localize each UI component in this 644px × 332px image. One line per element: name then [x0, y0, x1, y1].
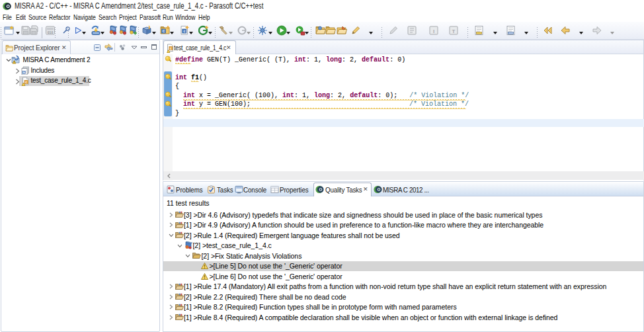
svg-text:010: 010 [48, 30, 54, 34]
svg-text:c: c [25, 81, 27, 84]
svg-text:c: c [183, 29, 185, 33]
svg-text:C: C [163, 29, 165, 33]
svg-text:T: T [452, 28, 456, 34]
svg-text:I: I [433, 28, 434, 34]
svg-text:h: h [23, 71, 25, 74]
svg-text:c: c [170, 47, 172, 50]
